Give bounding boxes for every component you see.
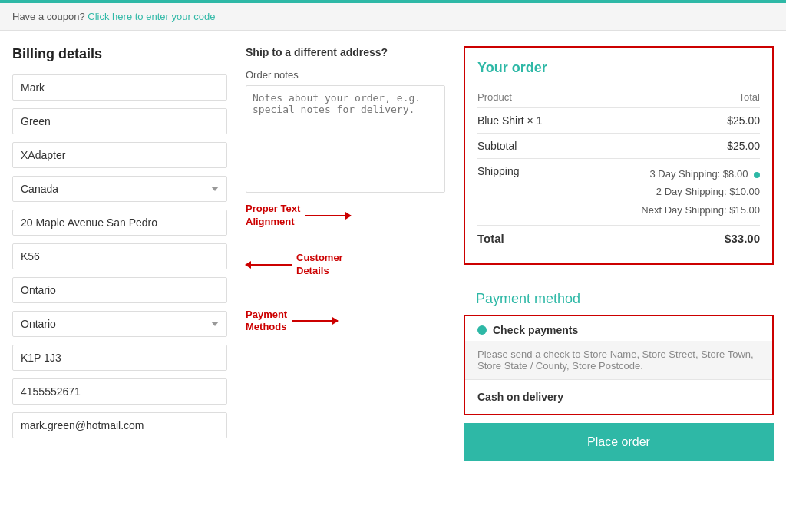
total-value: $33.00 <box>577 226 760 252</box>
col-total: Total <box>577 87 760 108</box>
ship-different-label: Ship to a different address? <box>246 46 445 58</box>
place-order-button[interactable]: Place order <box>464 423 774 461</box>
order-table: Product Total Blue Shirt × 1 $25.00 Subt… <box>477 87 760 251</box>
state-select[interactable]: Ontario <box>12 311 227 337</box>
right-section: Your order Product Total Blue Shirt × 1 … <box>464 46 774 461</box>
payment-method-title: Payment method <box>464 280 774 315</box>
arrow-right-payment-icon <box>292 320 338 322</box>
check-payments-radio <box>477 325 487 335</box>
coupon-text: Have a coupon? <box>12 11 85 22</box>
company-input[interactable] <box>12 142 227 168</box>
postal-input[interactable] <box>12 345 227 371</box>
arrow-left-icon <box>246 264 292 266</box>
your-order-title: Your order <box>477 60 760 76</box>
last-name-input[interactable] <box>12 108 227 134</box>
annotation-customer: CustomerDetails <box>246 252 445 278</box>
arrow-right-icon <box>305 215 351 216</box>
product-label: Blue Shirt × 1 <box>477 108 577 134</box>
check-payments-option[interactable]: Check payments Please send a check to St… <box>465 316 772 380</box>
address-input[interactable] <box>12 210 227 236</box>
shipping-selected-dot <box>754 172 760 178</box>
phone-input[interactable] <box>12 378 227 405</box>
table-row: Blue Shirt × 1 $25.00 <box>477 108 760 134</box>
your-order-box: Your order Product Total Blue Shirt × 1 … <box>464 46 774 265</box>
shipping-3day-label: 3 Day Shipping: $8.00 <box>649 168 748 180</box>
postcode-input[interactable] <box>12 243 227 269</box>
shipping-options-cell: 3 Day Shipping: $8.00 2 Day Shipping: $1… <box>577 159 760 226</box>
annotation-proper-text: Proper TextAlignment <box>246 203 300 229</box>
coupon-link[interactable]: Click here to enter your code <box>88 11 215 22</box>
shipping-label: Shipping <box>477 159 577 226</box>
total-label: Total <box>477 226 577 252</box>
payment-method-box: Check payments Please send a check to St… <box>464 315 774 415</box>
email-input[interactable] <box>12 412 227 438</box>
check-payments-description: Please send a check to Store Name, Store… <box>465 341 772 379</box>
billing-section: Billing details Canada Ontario <box>12 46 227 446</box>
payment-methods-text: PaymentMethods <box>246 309 287 335</box>
cash-on-delivery-text: Cash on delivery <box>477 391 563 403</box>
middle-section: Ship to a different address? Order notes… <box>246 46 445 334</box>
billing-title: Billing details <box>12 46 227 62</box>
order-notes-label: Order notes <box>246 69 445 81</box>
col-product: Product <box>477 87 577 108</box>
table-row: Shipping 3 Day Shipping: $8.00 2 Day Shi… <box>477 159 760 226</box>
check-payments-text: Check payments <box>493 324 578 336</box>
table-row: Subtotal $25.00 <box>477 134 760 159</box>
shipping-option-3day: 3 Day Shipping: $8.00 <box>577 165 760 183</box>
customer-details-text: CustomerDetails <box>296 252 343 278</box>
city-input[interactable] <box>12 277 227 303</box>
order-notes-textarea[interactable] <box>246 85 445 193</box>
subtotal-label: Subtotal <box>477 134 577 159</box>
subtotal-value: $25.00 <box>577 134 760 159</box>
country-select[interactable]: Canada <box>12 176 227 202</box>
shipping-option-2day: 2 Day Shipping: $10.00 <box>577 183 760 200</box>
annotation-payment: PaymentMethods <box>246 309 445 335</box>
coupon-bar: Have a coupon? Click here to enter your … <box>0 3 786 31</box>
shipping-option-nextday: Next Day Shipping: $15.00 <box>577 201 760 219</box>
cash-on-delivery-option[interactable]: Cash on delivery <box>465 380 772 414</box>
first-name-input[interactable] <box>12 74 227 101</box>
check-payments-label[interactable]: Check payments <box>477 324 760 336</box>
total-row: Total $33.00 <box>477 226 760 252</box>
payment-method-section: Payment method Check payments Please sen… <box>464 280 774 461</box>
product-value: $25.00 <box>577 108 760 134</box>
